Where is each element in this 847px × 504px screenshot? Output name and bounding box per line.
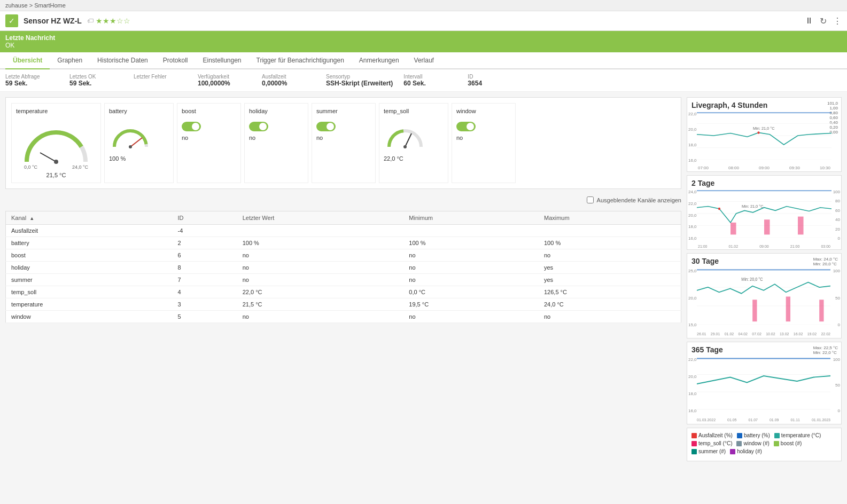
stat-letztes-ok: Letztes OK 59 Sek. [69,74,123,87]
battery-title: battery [109,108,127,114]
cell-letzter_wert: no [237,249,404,262]
graph-365tage-svg [697,357,830,411]
cell-kanal: Ausfallzeit [6,225,173,237]
window-value: no [456,135,463,141]
window-title: window [456,108,476,114]
legend-holiday: holiday (#) [730,448,762,454]
tab-bar: Übersicht Graphen Historische Daten Prot… [0,52,847,69]
svg-text:Min: 20,0 °C: Min: 20,0 °C [741,277,763,282]
svg-rect-21 [764,219,770,234]
cell-id: 5 [173,311,237,323]
sensor-stars[interactable]: ★★★☆☆ [96,17,130,25]
cell-id: 8 [173,262,237,274]
boost-toggle[interactable] [182,122,201,131]
cell-letzter_wert [237,225,404,237]
legend-summer: summer (#) [691,448,726,454]
breadcrumb: zuhause > SmartHome [0,0,847,11]
cell-letzter_wert: no [237,274,404,286]
legend-ausfallzeit: Ausfallzeit (%) [691,432,733,438]
graph-30tage-title: 30 Tage [691,257,719,265]
svg-point-7 [403,145,407,148]
cell-maximum: 24,0 °C [539,298,681,311]
cell-id: 6 [173,249,237,262]
menu-button[interactable]: ⋮ [833,16,842,26]
legend-row-3: summer (#) holiday (#) [691,448,837,454]
legend-dot-summer [691,449,697,454]
graph-livegraph-xaxis: 07:0008:0009:0009:3010:30 [698,166,830,170]
sort-arrow-kanal: ▲ [29,216,34,221]
graph-365tage-yaxis: 22,020,018,016,0 [688,357,697,413]
hidden-channels-checkbox[interactable] [587,196,594,203]
cell-maximum: 100 % [539,237,681,249]
cell-letzter_wert: no [237,311,404,323]
graph-365tage-title: 365 Tage [691,345,723,354]
breadcrumb-separator: > [28,2,35,9]
boost-channel-box: boost no [177,103,241,183]
stat-letzte-abfrage: Letzte Abfrage 59 Sek. [5,74,59,87]
temperature-gauge-box: temperature 0,0 °C 24,0 °C 21,5 °C [11,103,101,183]
breadcrumb-parent[interactable]: zuhause [5,2,28,9]
graph-365tage-yaxis-right: 100500 [833,357,840,413]
refresh-button[interactable]: ↻ [820,16,827,26]
cell-minimum: no [403,311,539,323]
summer-value: no [316,135,323,141]
col-id[interactable]: ID [173,211,237,225]
tab-trigger[interactable]: Trigger für Benachrichtigungen [249,52,352,69]
table-row: temperature321,5 °C19,5 °C24,0 °C [6,298,681,311]
stat-id: ID 3654 [468,74,521,87]
graph-2tage-yaxis: 24,022,020,018,016,0 [688,190,697,241]
svg-text:24,0 °C: 24,0 °C [72,164,89,170]
col-kanal[interactable]: Kanal ▲ [6,211,173,225]
gauges-area: temperature 0,0 °C 24,0 °C 21,5 °C b [5,97,681,189]
pause-button[interactable]: ⏸ [805,16,813,26]
cell-letzter_wert: 21,5 °C [237,298,404,311]
window-toggle[interactable] [456,122,476,131]
tab-historische[interactable]: Historische Daten [90,52,156,69]
table-row: holiday8nonoyes [6,262,681,274]
tab-protokoll[interactable]: Protokoll [156,52,196,69]
hidden-channels-row: Ausgeblendete Kanäle anzeigen [5,194,681,206]
legend-window: window (#) [736,440,769,446]
svg-point-14 [757,131,759,134]
graph-30tage: 30 Tage Max: 24,0 °CMin: 20,0 °C Min: 20… [687,253,842,338]
cell-kanal: summer [6,274,173,286]
battery-value: 100 % [109,155,126,162]
main-content: temperature 0,0 °C 24,0 °C 21,5 °C b [0,92,847,467]
tab-graphen[interactable]: Graphen [50,52,90,69]
svg-line-6 [405,133,411,147]
tab-verlauf[interactable]: Verlauf [407,52,441,69]
cell-kanal: boost [6,249,173,262]
temperature-gauge-svg: 0,0 °C 24,0 °C [16,116,96,170]
svg-rect-29 [752,300,757,321]
graph-30tage-yaxis: 25,020,015,0 [688,269,697,327]
sensor-header: ✓ Sensor HZ WZ-L 🏷 ★★★☆☆ ⏸ ↻ ⋮ [0,11,847,31]
sensor-status-check: ✓ [5,14,18,27]
summer-toggle[interactable] [316,122,336,131]
graph-30tage-svg: Min: 20,0 °C [697,269,830,325]
tab-ubersicht[interactable]: Übersicht [5,52,50,69]
cell-minimum: 19,5 °C [403,298,539,311]
stats-row: Letzte Abfrage 59 Sek. Letztes OK 59 Sek… [0,69,847,92]
graph-livegraph-title: Livegraph, 4 Stunden [691,101,767,109]
legend-boost: boost (#) [774,440,802,446]
holiday-toggle[interactable] [249,122,268,131]
message-title: Letzte Nachricht [5,34,842,42]
graph-2tage-svg: Min: 21,0 °C [697,190,832,238]
table-row: summer7nonoyes [6,274,681,286]
stat-verfugbarkeit: Verfügbarkeit 100,0000% [198,74,251,87]
hidden-channels-label[interactable]: Ausgeblendete Kanäle anzeigen [597,197,681,203]
tab-anmerkungen[interactable]: Anmerkungen [352,52,407,69]
tab-einstellungen[interactable]: Einstellungen [195,52,248,69]
svg-rect-30 [786,297,790,322]
cell-kanal: temperature [6,298,173,311]
col-minimum[interactable]: Minimum [403,211,539,225]
stat-intervall: Intervall 60 Sek. [403,74,457,87]
battery-channel-box: battery 100 % [104,103,174,183]
boost-title: boost [182,108,196,114]
svg-line-0 [40,153,56,162]
col-letzter-wert[interactable]: Letzter Wert [237,211,404,225]
col-maximum[interactable]: Maximum [539,211,681,225]
svg-rect-20 [731,223,736,235]
stat-letzter-fehler: Letzter Fehler [134,74,187,87]
cell-letzter_wert: 22,0 °C [237,286,404,298]
